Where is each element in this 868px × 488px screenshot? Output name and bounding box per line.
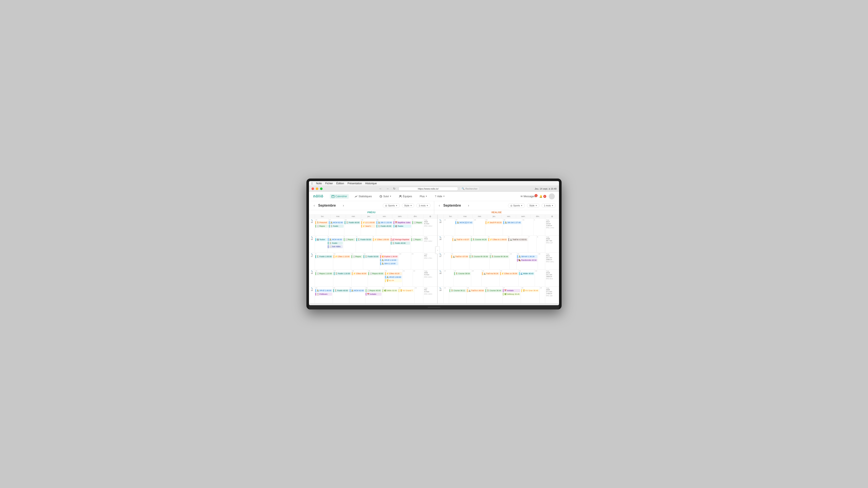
messagerie-button[interactable]: ✉ Messagerie 1 — [521, 195, 537, 198]
period-filter-left[interactable]: 1 mois ▼ — [416, 203, 430, 208]
event-chip[interactable]: ⬜ Repos 40:00 — [368, 272, 384, 275]
event-chip[interactable]: 🚶 Footin 1:00:00 — [315, 255, 333, 258]
event-chip[interactable]: 🌊 Wider 40:43 — [519, 272, 534, 275]
minimize-button[interactable] — [316, 188, 318, 190]
sports-filter-right[interactable]: ◎ Sports ▼ — [508, 203, 525, 208]
event-chip[interactable]: 🚶 Footin — [328, 242, 343, 245]
event-chip[interactable]: 📋 Prélèvem — [315, 293, 332, 296]
event-chip[interactable]: 🚴 SB-2x6 1:27:45 — [503, 221, 521, 224]
event-chip[interactable]: 🏃 Course 36:44 — [486, 289, 502, 292]
event-chip[interactable]: ⛰️ Trail ma 56:26 — [482, 272, 499, 275]
event-chip[interactable]: 🏃 Course 6h 35:56 — [470, 255, 489, 258]
toolbar-suivi[interactable]: Suivi ▼ — [378, 194, 393, 199]
notifications-button[interactable]: 🔔 8 — [539, 195, 546, 198]
event-chip[interactable]: 🚶 Footin 45:00 — [391, 242, 410, 245]
url-bar[interactable]: https://www.nolio.io/ — [399, 187, 458, 191]
event-chip[interactable]: 🥾 Randonnée 43:34 — [517, 259, 537, 262]
event-chip[interactable]: ⬜ Soir Aldric — [328, 245, 343, 248]
style-filter-right[interactable]: Style ▼ — [527, 203, 539, 208]
event-chip[interactable]: 💒 Mariage Baptiste — [391, 238, 410, 241]
collapse-right-arrow[interactable]: › — [435, 246, 440, 254]
browser-search[interactable]: 🔍 Rechercher — [460, 187, 479, 191]
event-chip[interactable]: 🚶 Footin 45:00 — [377, 225, 393, 228]
event-chip[interactable]: 🏃 Course 38:54 — [454, 272, 471, 275]
event-chip[interactable]: 🚴 MCM [2] 57:43 — [456, 221, 473, 224]
event-chip[interactable]: 🚶 Footin 40:00 — [333, 289, 349, 292]
event-chip[interactable]: ⬜ Repos 1:10:00 — [315, 272, 333, 275]
event-chip[interactable]: 🏃 Course 36:11 — [450, 289, 466, 292]
toolbar-aide[interactable]: ? Aide ▼ — [433, 194, 446, 199]
event-chip[interactable]: 🚴 SB-6 1:10:00 — [380, 262, 398, 265]
event-chip[interactable]: 🏆 KV Grand T — [399, 289, 413, 292]
event-chip[interactable]: ⛰️ Trail le n 40:54 — [467, 289, 485, 292]
event-chip[interactable]: 📅 Baptême Jules — [394, 221, 411, 224]
event-chip[interactable]: 🚴 VR-El 1:00:00 — [385, 276, 402, 279]
event-chip[interactable]: 🚴 SB-6x5 1:30:28 — [517, 255, 537, 258]
event-chip[interactable]: 🚶 Footin 50:00 — [356, 238, 372, 241]
menu-fichier[interactable]: Fichier — [325, 182, 333, 185]
event-chip[interactable]: 📅 Invitatio — [366, 293, 381, 296]
apple-icon[interactable]:  — [312, 182, 313, 185]
menu-historique[interactable]: Historique — [365, 182, 377, 185]
toolbar-plus[interactable]: Plus ▼ — [418, 194, 429, 199]
event-chip[interactable]: 🚶 Footin 50:00 — [364, 255, 379, 258]
event-chip[interactable]: 🌿 Débloop 30:45 — [503, 293, 520, 296]
event-chip[interactable]: 💥 Explosi 1:30:00 — [380, 255, 398, 258]
event-chip[interactable]: ⚽ Toulon — [394, 225, 411, 228]
avatar[interactable] — [549, 193, 555, 199]
event-chip[interactable]: 🚶 Footin 1:19:30 — [334, 272, 351, 275]
forward-button[interactable]: → — [385, 187, 390, 191]
prev-month-right[interactable]: ‹ — [438, 203, 441, 208]
menu-presentation[interactable]: Présentation — [347, 182, 362, 185]
toolbar-stats[interactable]: Statistiques — [353, 194, 373, 199]
event-chip[interactable]: ⚡ Côtes 40:00 — [352, 272, 367, 275]
close-button[interactable] — [312, 188, 314, 190]
prev-month-left[interactable]: ‹ — [312, 203, 316, 208]
menu-edition[interactable]: Édition — [336, 182, 344, 185]
event-chip[interactable]: 📅 Invitatio — [503, 289, 520, 292]
event-chip[interactable]: 🏃 Course 6h 36:44 — [490, 255, 509, 258]
event-chip[interactable]: ⬜ Repos — [315, 225, 328, 228]
settings-icon-left[interactable]: ⚙ — [423, 215, 437, 218]
event-chip[interactable]: 🚶 Footin — [329, 225, 344, 228]
toolbar-equipes[interactable]: Équipes — [397, 194, 413, 199]
back-button[interactable]: ← — [378, 187, 383, 191]
menu-nolio[interactable]: Nolio — [316, 182, 322, 185]
event-chip[interactable]: 🌿 Déblo 32:00 — [382, 289, 398, 292]
event-chip[interactable]: 🚴 MCM 46:00 — [328, 238, 343, 241]
period-filter-right[interactable]: 1 mois ▼ — [541, 203, 556, 208]
event-chip[interactable]: ⬜ Repos — [344, 238, 355, 241]
event-chip[interactable]: 🚶 Footin 40:00 — [345, 221, 360, 224]
event-chip[interactable]: ⚡ Côtes 43:20 — [385, 272, 402, 275]
event-chip[interactable]: ⚽ Toulon — [315, 238, 327, 241]
fullscreen-button[interactable] — [320, 188, 322, 190]
style-filter-left[interactable]: Style ▼ — [402, 203, 414, 208]
event-chip[interactable]: ⛰️ Trail le n 57:09 — [451, 255, 469, 258]
next-month-right[interactable]: › — [467, 203, 470, 208]
toolbar-calendar[interactable]: Calendrier — [330, 194, 349, 199]
settings-icon-right[interactable]: ⚙ — [545, 215, 559, 218]
event-chip[interactable]: ⬜ Repos 40:00 — [366, 289, 381, 292]
event-chip[interactable]: ⚡ Côtes 1:15:00 — [334, 255, 350, 258]
event-chip[interactable]: 🚴 VR-El 1:40:00 — [315, 289, 332, 292]
event-chip[interactable]: 🚴 MCM 42:00 — [350, 289, 365, 292]
event-chip[interactable]: 🚴 SB-2 1:32:00 — [377, 221, 393, 224]
event-chip[interactable]: ⛰️ Trail le n 2:02:01 — [508, 238, 528, 241]
event-chip[interactable]: 🏆 KV Pr — [385, 279, 402, 282]
event-chip[interactable]: ⬜ Repos — [351, 255, 363, 258]
event-chip[interactable]: ⚡ Côtes to 1:09:03 — [489, 238, 507, 241]
event-chip[interactable]: 🏃 Course 44:26 — [471, 238, 487, 241]
event-chip[interactable]: ⚡ Côtes co 35:09 — [500, 272, 518, 275]
event-chip[interactable]: ⬜ Repos — [412, 221, 423, 224]
event-chip[interactable]: 🏃 Pneumol — [315, 221, 328, 224]
event-chip[interactable]: 🚴 MCM 62:00 — [329, 221, 344, 224]
event-chip[interactable]: 🏆 KV Gran 38:46 — [521, 289, 539, 292]
event-chip[interactable]: ⛰️ Trail le n 43:37 — [453, 238, 470, 241]
event-chip[interactable]: ⚡ Seuil Pl 43:33 — [486, 221, 502, 224]
event-chip[interactable]: 🚴 VR-El 1:10:00 — [380, 259, 398, 262]
refresh-button[interactable]: ↻ — [392, 187, 397, 191]
event-chip[interactable]: ⬜ Repos — [411, 238, 423, 241]
event-chip[interactable]: ⚡ Côtes 1:00:00 — [373, 238, 390, 241]
event-chip[interactable]: ⚡ Seuil 1 — [361, 225, 375, 228]
event-chip[interactable]: ⚡ LS 1:03:00 — [361, 221, 375, 224]
